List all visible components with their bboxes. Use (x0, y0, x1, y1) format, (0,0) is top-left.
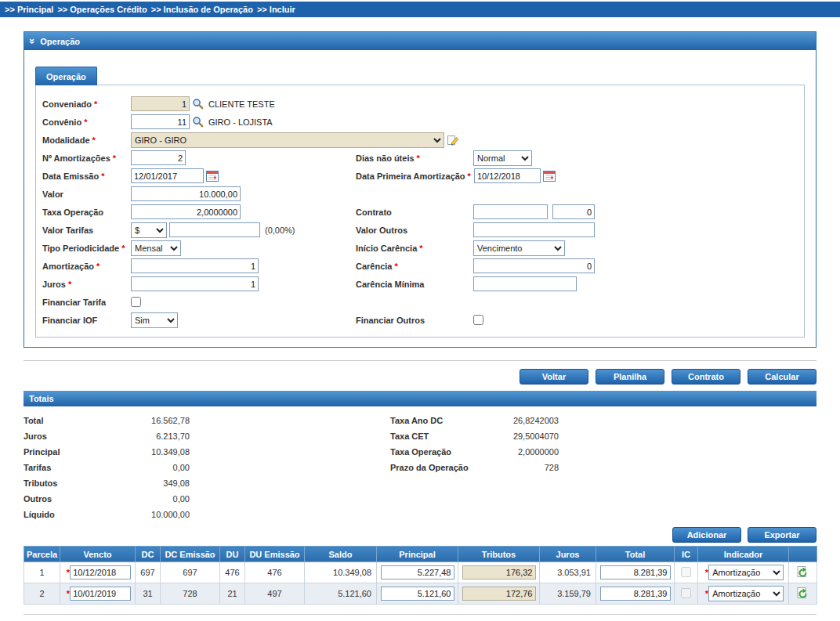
calcular-button[interactable]: Calcular (748, 369, 816, 385)
table-row: 2 * 31 728 21 497 5.121,60 3.159,79 *Amo… (24, 583, 817, 605)
breadcrumb-item-principal[interactable]: >> Principal (5, 5, 53, 14)
voltar-button[interactable]: Voltar (520, 369, 588, 385)
breadcrumb-item-inclusao-de-operacao[interactable]: >> Inclusão de Operação (151, 5, 253, 14)
table-row: 1 * 697 697 476 476 10.349,08 3.053,91 *… (24, 562, 817, 583)
juros-cell: 3.159,79 (540, 583, 596, 605)
totals-title: Totais (29, 394, 54, 403)
amortizacao-input[interactable] (131, 258, 259, 273)
financiar-outros-label: Financiar Outros (356, 316, 425, 325)
num-amortizacoes-input[interactable] (131, 150, 186, 165)
totals-value: 26,8242003 (504, 416, 559, 425)
required-marker: * (113, 153, 116, 163)
valor-outros-input[interactable] (473, 222, 595, 237)
totals-value: 349,08 (111, 478, 190, 488)
row-financiar-tarifa: Financiar Tarifa (42, 293, 798, 311)
row-modalidade: Modalidade* GIRO - GIRO (42, 131, 798, 149)
tab-operacao[interactable]: Operação (35, 67, 97, 85)
total-input[interactable] (600, 565, 671, 579)
totals-value: 10.000,00 (111, 510, 190, 519)
financiar-tarifa-label: Financiar Tarifa (42, 298, 106, 307)
taxa-operacao-input[interactable] (131, 204, 241, 219)
conveniado-label: Conveniado (42, 99, 92, 109)
row-recalculate-icon[interactable] (796, 565, 809, 579)
totals-label: Total (24, 416, 111, 425)
valor-outros-label: Valor Outros (356, 226, 407, 235)
dc-cell: 697 (136, 562, 161, 583)
totals-value: 10.349,08 (111, 447, 190, 457)
row-recalculate-icon[interactable] (796, 587, 809, 600)
data-primeira-amortizacao-label: Data Primeira Amortização (356, 171, 465, 181)
row-amortizacao-carencia: Amortização* Carência* (42, 257, 798, 275)
collapse-icon[interactable]: » (27, 38, 38, 44)
data-primeira-amortizacao-input[interactable] (474, 168, 541, 183)
form-actions: Voltar Planilha Contrato Calcular (24, 369, 816, 385)
totals-label: Principal (24, 447, 111, 457)
du-emissao-cell: 497 (245, 583, 305, 605)
valor-tarifas-input[interactable] (169, 222, 260, 237)
row-taxa-contrato: Taxa Operação Contrato (42, 203, 798, 221)
valor-tarifas-currency-select[interactable]: $ (131, 222, 167, 238)
col-header-ic: IC (675, 547, 698, 562)
panel-title: Operação (40, 37, 80, 46)
conveniado-description: CLIENTE TESTE (208, 99, 275, 109)
table-actions: Adicionar Exportar (24, 527, 816, 543)
saldo-cell: 5.121,60 (305, 583, 377, 605)
financiar-outros-checkbox[interactable] (473, 315, 483, 325)
indicador-select[interactable]: Amortização (708, 565, 784, 580)
contrato-input-1[interactable] (473, 204, 548, 219)
col-header-actions (789, 547, 817, 562)
conveniado-input (131, 96, 190, 111)
juros-input[interactable] (131, 276, 259, 291)
modalidade-edit-icon[interactable] (447, 134, 459, 146)
inicio-carencia-select[interactable]: Vencimento (473, 240, 565, 256)
required-marker: * (94, 99, 97, 109)
row-financiar-iof-outros: Financiar IOF Sim Financiar Outros (42, 311, 798, 329)
principal-input[interactable] (381, 565, 454, 579)
col-header-du-emissao: DU Emissão (245, 547, 305, 562)
dc-emissao-cell: 697 (161, 562, 220, 583)
valor-tarifas-percent-suffix: (0,00%) (265, 226, 295, 235)
dias-nao-uteis-select[interactable]: Normal (473, 150, 532, 166)
parcelas-table: Parcela Vencto DC DC Emissão DU DU Emiss… (24, 546, 817, 605)
exportar-button[interactable]: Exportar (748, 527, 816, 543)
carencia-label: Carência (356, 262, 392, 271)
totals-label: Outros (24, 494, 111, 504)
indicador-select[interactable]: Amortização (708, 586, 784, 601)
required-marker: * (101, 171, 104, 181)
row-conveniado: Conveniado* CLIENTE TESTE (42, 95, 798, 113)
totals-label: Tributos (24, 478, 111, 488)
vencto-input[interactable] (70, 587, 131, 601)
modalidade-select[interactable]: GIRO - GIRO (131, 132, 444, 148)
totals-label: Taxa Ano DC (390, 416, 504, 425)
required-marker: * (468, 171, 471, 181)
valor-label: Valor (42, 190, 63, 199)
planilha-button[interactable]: Planilha (596, 369, 664, 385)
breadcrumb-item-incluir[interactable]: >> Incluir (257, 5, 295, 14)
convenio-search-icon[interactable] (192, 116, 204, 128)
valor-input[interactable] (131, 186, 241, 201)
row-amortizacoes-dias: Nº Amortizações* Dias não úteis* Normal (42, 149, 798, 167)
required-marker: * (419, 244, 422, 253)
data-primeira-amortizacao-calendar-icon[interactable] (543, 170, 556, 182)
data-emissao-calendar-icon[interactable] (206, 170, 219, 182)
taxa-operacao-label: Taxa Operação (42, 208, 103, 217)
tipo-periodicidade-select[interactable]: Mensal (131, 240, 181, 256)
tipo-periodicidade-label: Tipo Periodicidade (42, 244, 119, 253)
totals-value: 2,0000000 (504, 447, 559, 457)
total-input[interactable] (600, 587, 671, 601)
principal-input[interactable] (381, 587, 454, 601)
financiar-iof-select[interactable]: Sim (131, 312, 178, 328)
totals-value: 0,00 (111, 494, 190, 504)
contrato-button[interactable]: Contrato (672, 369, 740, 385)
vencto-input[interactable] (70, 565, 131, 579)
conveniado-search-icon[interactable] (192, 98, 204, 110)
financiar-tarifa-checkbox[interactable] (131, 297, 141, 307)
carencia-minima-input[interactable] (473, 276, 577, 291)
carencia-input[interactable] (473, 258, 595, 273)
totals-label: Taxa Operação (390, 447, 504, 457)
contrato-input-2[interactable] (552, 204, 595, 219)
adicionar-button[interactable]: Adicionar (672, 527, 741, 543)
convenio-input[interactable] (131, 114, 190, 129)
data-emissao-input[interactable] (131, 168, 204, 183)
breadcrumb-item-operacoes-credito[interactable]: >> Operações Crédito (57, 5, 147, 14)
